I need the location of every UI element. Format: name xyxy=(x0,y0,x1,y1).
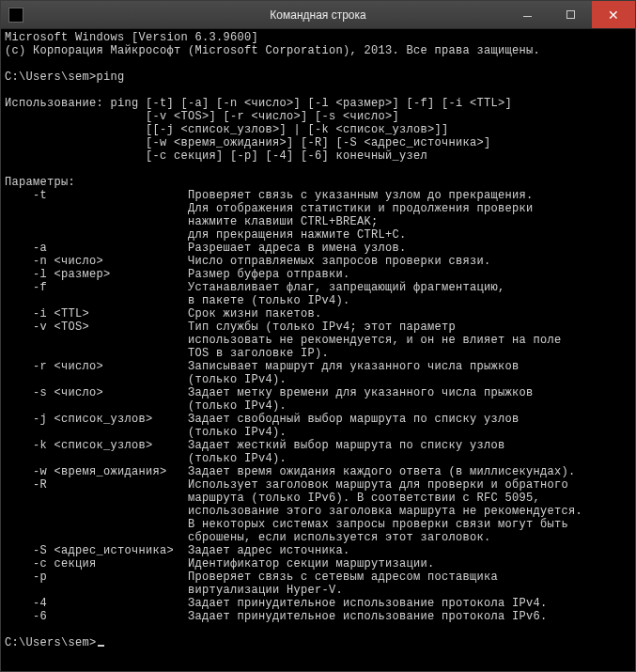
minimize-icon xyxy=(523,16,532,17)
maximize-icon xyxy=(566,10,575,19)
close-button[interactable]: ✕ xyxy=(592,1,635,28)
window-title: Командная строка xyxy=(270,8,365,22)
window-controls: ✕ xyxy=(505,1,635,28)
terminal-output[interactable]: Microsoft Windows [Version 6.3.9600] (c)… xyxy=(1,29,635,671)
command-prompt-window: Командная строка ✕ Microsoft Windows [Ve… xyxy=(0,0,636,672)
cursor xyxy=(98,645,104,647)
titlebar[interactable]: Командная строка ✕ xyxy=(1,1,635,29)
close-icon: ✕ xyxy=(608,8,619,22)
minimize-button[interactable] xyxy=(505,1,549,28)
app-icon xyxy=(8,8,23,23)
maximize-button[interactable] xyxy=(549,1,592,28)
